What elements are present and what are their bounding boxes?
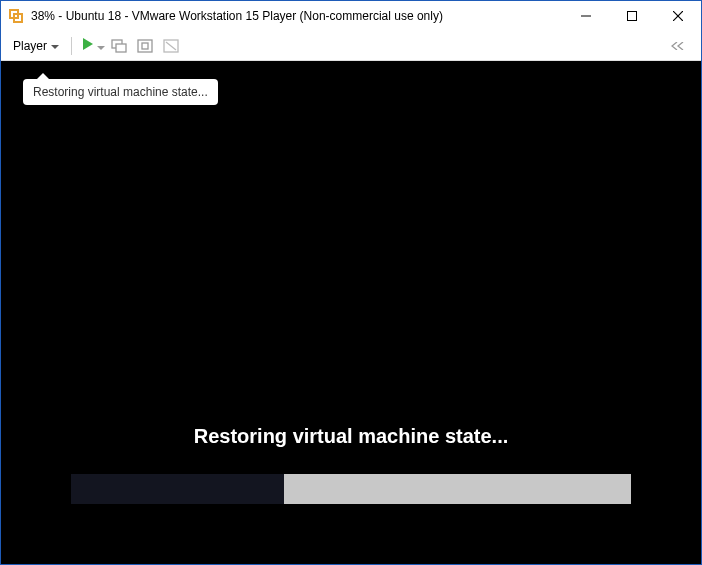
restore-status-text: Restoring virtual machine state... (194, 425, 509, 448)
window-titlebar: 38% - Ubuntu 18 - VMware Workstation 15 … (1, 1, 701, 31)
chevron-down-icon (51, 39, 59, 53)
player-menu-button[interactable]: Player (9, 37, 63, 55)
close-button[interactable] (655, 1, 701, 31)
maximize-button[interactable] (609, 1, 655, 31)
power-on-button[interactable] (82, 37, 104, 55)
unity-mode-button[interactable] (160, 39, 182, 53)
tooltip-text: Restoring virtual machine state... (33, 85, 208, 99)
vm-display-area: Restoring virtual machine state... (1, 61, 701, 564)
toolbar: Player (1, 31, 701, 61)
restore-progress-bar (71, 474, 631, 504)
chevron-down-icon (97, 37, 105, 55)
restore-progress-fill (71, 474, 284, 504)
svg-rect-8 (138, 40, 152, 52)
svg-line-11 (166, 42, 176, 50)
svg-rect-3 (628, 12, 637, 21)
vmware-app-icon (7, 7, 25, 25)
menu-tooltip: Restoring virtual machine state... (23, 79, 218, 105)
collapse-toolbar-button[interactable] (669, 42, 691, 50)
send-ctrl-alt-del-button[interactable] (108, 39, 130, 53)
window-title: 38% - Ubuntu 18 - VMware Workstation 15 … (31, 9, 563, 23)
separator (71, 37, 72, 55)
play-icon (81, 37, 95, 55)
svg-rect-9 (142, 43, 148, 49)
minimize-button[interactable] (563, 1, 609, 31)
fullscreen-button[interactable] (134, 39, 156, 53)
window-controls (563, 1, 701, 31)
svg-rect-7 (116, 44, 126, 52)
player-menu-label: Player (13, 39, 47, 53)
